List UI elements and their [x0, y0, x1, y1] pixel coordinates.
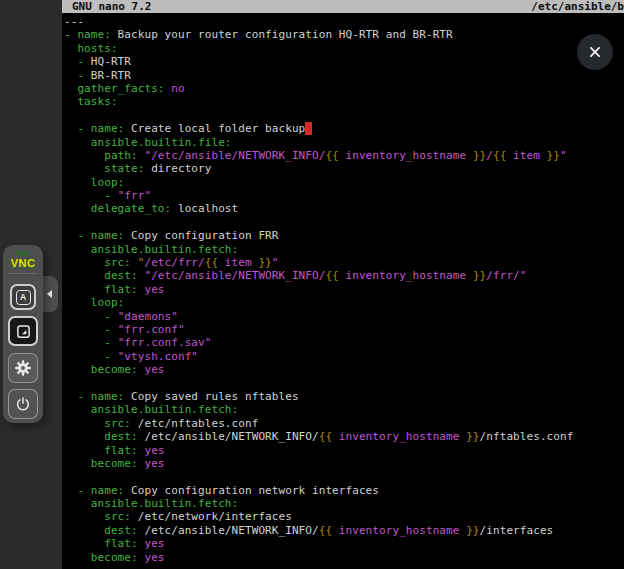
code-segment	[64, 323, 104, 336]
code-segment: "frr"	[118, 189, 152, 202]
code-line: flat: yes	[64, 283, 624, 296]
code-line: dest: /etc/ansible/NETWORK_INFO/{{ inven…	[64, 524, 624, 537]
nano-title-bar: GNU nano 7.2 /etc/ansible/b	[62, 0, 624, 13]
code-line: become: yes	[64, 457, 624, 470]
code-segment	[64, 510, 104, 523]
code-segment	[64, 390, 77, 403]
code-segment: yes	[144, 363, 164, 376]
code-segment: dest:	[104, 524, 138, 537]
code-segment: -	[77, 390, 90, 403]
code-line: - "frr"	[64, 189, 624, 202]
code-line: - name: Create local folder backup	[64, 122, 624, 135]
code-segment	[64, 296, 91, 309]
code-line: - BR-RTR	[64, 69, 624, 82]
control-bar-handle[interactable]	[43, 276, 58, 312]
code-segment: -	[104, 323, 117, 336]
close-button[interactable]	[577, 34, 613, 70]
code-segment: flat:	[104, 444, 138, 457]
code-segment: localhost	[171, 202, 238, 215]
keyboard-button[interactable]: A	[10, 284, 36, 310]
code-segment: -	[77, 69, 90, 82]
terminal-window: GNU nano 7.2 /etc/ansible/b ---- name: B…	[62, 0, 624, 569]
code-segment	[64, 537, 104, 550]
code-segment: hosts:	[77, 42, 117, 55]
code-line: ---	[64, 15, 624, 28]
code-line: src: "/etc/frr/{{ item }}"	[64, 256, 624, 269]
code-segment: Create local folder backup	[124, 122, 305, 135]
code-segment: delegate_to:	[91, 202, 171, 215]
code-line: flat: yes	[64, 537, 624, 550]
code-segment: HQ-RTR	[91, 55, 131, 68]
code-segment: -	[104, 350, 117, 363]
power-button[interactable]	[8, 389, 38, 419]
code-line: become: yes	[64, 363, 624, 376]
code-segment	[64, 497, 91, 510]
nano-app-title: GNU nano 7.2	[62, 0, 151, 13]
code-segment: yes	[144, 444, 164, 457]
code-segment: inventory_hostname	[332, 430, 466, 443]
code-segment: /etc/network/interfaces	[131, 510, 292, 523]
code-segment	[64, 403, 91, 416]
novnc-logo: no VNC	[3, 248, 43, 268]
code-segment	[64, 229, 77, 242]
code-segment: /	[486, 149, 493, 162]
divider	[9, 273, 37, 274]
code-segment: name:	[91, 229, 125, 242]
code-segment: /interfaces	[480, 524, 554, 537]
editor-content[interactable]: ---- name: Backup your router configurat…	[64, 15, 624, 569]
code-segment: yes	[144, 283, 164, 296]
code-segment	[64, 551, 91, 564]
code-segment: yes	[144, 551, 164, 564]
code-line: - "daemons"	[64, 310, 624, 323]
code-segment: }}	[466, 524, 479, 537]
code-segment	[64, 95, 77, 108]
code-segment: loop:	[91, 296, 125, 309]
code-segment	[64, 283, 104, 296]
screen: no VNC A	[0, 0, 624, 569]
code-line: dest: /etc/ansible/NETWORK_INFO/{{ inven…	[64, 430, 624, 443]
code-segment: {{	[319, 524, 332, 537]
code-line: - "frr.conf"	[64, 323, 624, 336]
code-segment	[64, 122, 77, 135]
gear-icon	[14, 359, 32, 377]
code-segment: "frr.conf"	[118, 323, 185, 336]
code-segment	[64, 69, 77, 82]
code-segment: name:	[91, 122, 125, 135]
code-segment: name:	[91, 390, 125, 403]
code-segment: /frr/"	[486, 269, 526, 282]
code-line: ansible.builtin.fetch:	[64, 497, 624, 510]
settings-button[interactable]	[8, 353, 38, 383]
code-line: - name: Copy saved rules nftables	[64, 390, 624, 403]
code-segment	[64, 176, 91, 189]
code-line: - name: Copy configuration FRR	[64, 229, 624, 242]
code-segment	[131, 256, 138, 269]
code-line: gather_facts: no	[64, 82, 624, 95]
code-segment: become:	[91, 457, 138, 470]
code-segment: src:	[104, 510, 131, 523]
code-segment: ansible.builtin.fetch:	[91, 403, 238, 416]
code-segment: }}	[466, 430, 479, 443]
code-segment: dest:	[104, 269, 138, 282]
vnc-panel: no VNC A	[3, 245, 43, 423]
code-segment: "frr.conf.sav"	[118, 336, 212, 349]
code-segment: -	[104, 189, 117, 202]
code-line: flat: yes	[64, 444, 624, 457]
code-segment: state:	[104, 162, 144, 175]
code-segment: name:	[91, 484, 125, 497]
code-segment	[64, 444, 104, 457]
code-segment: {{	[493, 149, 506, 162]
code-segment: }}	[473, 149, 486, 162]
code-segment: ansible.builtin.fetch:	[91, 497, 238, 510]
code-line: state: directory	[64, 162, 624, 175]
code-segment	[64, 243, 91, 256]
code-line	[64, 470, 624, 483]
vnc-control-bar: no VNC A	[0, 0, 62, 569]
code-segment: }}	[473, 269, 486, 282]
code-segment	[64, 336, 104, 349]
code-segment: "daemons"	[118, 310, 178, 323]
code-segment: item	[218, 256, 258, 269]
fullscreen-icon	[16, 324, 31, 339]
fullscreen-button[interactable]	[8, 316, 38, 346]
code-segment: "vtysh.conf"	[118, 350, 198, 363]
code-segment: -	[104, 310, 117, 323]
